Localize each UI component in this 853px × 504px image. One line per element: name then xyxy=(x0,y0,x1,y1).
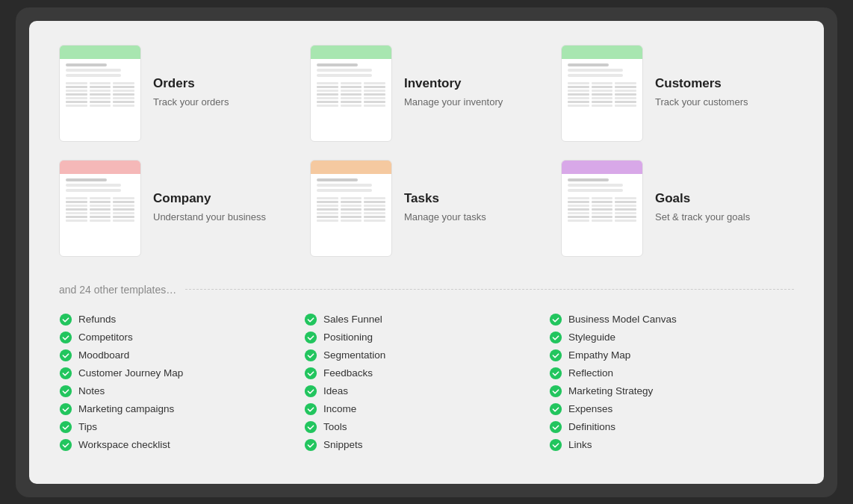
template-desc-tasks: Manage your tasks xyxy=(404,211,486,224)
list-item: Competitors xyxy=(59,329,304,346)
list-item: Tools xyxy=(304,418,549,436)
template-desc-customers: Track your customers xyxy=(655,96,748,109)
svg-point-12 xyxy=(305,385,317,396)
list-item: Empathy Map xyxy=(549,346,794,364)
template-card-customers[interactable]: CustomersTrack your customers xyxy=(561,45,794,142)
check-icon xyxy=(549,313,562,326)
list-item: Notes xyxy=(59,382,304,400)
check-icon xyxy=(549,385,562,398)
template-name-inventory: Inventory xyxy=(404,76,503,91)
list-item: Customer Journey Map xyxy=(59,364,304,382)
template-name-goals: Goals xyxy=(655,191,750,206)
other-title: and 24 other templates… xyxy=(59,284,176,296)
template-card-company[interactable]: CompanyUnderstand your business xyxy=(59,160,292,257)
template-card-tasks[interactable]: TasksManage your tasks xyxy=(310,160,543,257)
svg-point-5 xyxy=(60,402,72,414)
svg-point-22 xyxy=(550,420,562,432)
template-info-tasks: TasksManage your tasks xyxy=(404,191,486,224)
check-icon xyxy=(549,420,562,434)
list-item-label: Moodboard xyxy=(78,349,129,361)
list-item: Links xyxy=(549,436,794,454)
svg-point-8 xyxy=(305,313,317,325)
svg-point-18 xyxy=(550,349,562,361)
template-card-inventory[interactable]: InventoryManage your inventory xyxy=(310,45,543,142)
template-thumb-company xyxy=(59,160,141,257)
svg-point-11 xyxy=(305,367,317,379)
list-item: Marketing Strategy xyxy=(549,382,794,400)
template-desc-company: Understand your business xyxy=(153,211,266,224)
svg-point-6 xyxy=(60,420,72,432)
svg-point-15 xyxy=(305,438,317,450)
svg-point-17 xyxy=(550,331,562,343)
svg-point-23 xyxy=(550,438,562,450)
device-frame: OrdersTrack your ordersInventoryManage y… xyxy=(16,7,837,497)
other-header: and 24 other templates… xyxy=(59,284,794,296)
list-item-label: Marketing campaigns xyxy=(78,403,174,414)
svg-point-19 xyxy=(550,367,562,379)
check-icon xyxy=(59,420,72,434)
template-info-goals: GoalsSet & track your goals xyxy=(655,191,750,224)
template-thumb-goals xyxy=(561,160,643,257)
main-content: OrdersTrack your ordersInventoryManage y… xyxy=(29,21,824,484)
check-icon xyxy=(304,313,317,326)
list-item-label: Refunds xyxy=(78,314,116,325)
list-item: Reflection xyxy=(549,364,794,382)
template-thumb-orders xyxy=(59,45,141,142)
list-item: Workspace checklist xyxy=(59,436,304,454)
other-list-col-0: RefundsCompetitorsMoodboardCustomer Jour… xyxy=(59,311,304,454)
list-item: Marketing campaigns xyxy=(59,400,304,418)
list-item-label: Expenses xyxy=(568,403,612,414)
svg-point-3 xyxy=(60,367,72,379)
template-card-goals[interactable]: GoalsSet & track your goals xyxy=(561,160,794,257)
list-item: Styleguide xyxy=(549,329,794,346)
svg-point-16 xyxy=(550,313,562,325)
template-card-orders[interactable]: OrdersTrack your orders xyxy=(59,45,292,142)
template-name-orders: Orders xyxy=(153,76,229,91)
list-item-label: Customer Journey Map xyxy=(78,367,183,379)
check-icon xyxy=(304,420,317,434)
template-name-customers: Customers xyxy=(655,76,748,91)
list-item: Feedbacks xyxy=(304,364,549,382)
other-lists: RefundsCompetitorsMoodboardCustomer Jour… xyxy=(59,311,794,454)
template-name-company: Company xyxy=(153,191,266,206)
list-item: Segmentation xyxy=(304,346,549,364)
svg-point-1 xyxy=(60,331,72,343)
check-icon xyxy=(59,331,72,344)
svg-point-21 xyxy=(550,402,562,414)
template-thumb-customers xyxy=(561,45,643,142)
list-item-label: Marketing Strategy xyxy=(568,385,653,396)
list-item-label: Definitions xyxy=(568,421,615,432)
check-icon xyxy=(59,367,72,380)
list-item-label: Feedbacks xyxy=(323,367,373,379)
list-item: Expenses xyxy=(549,400,794,418)
check-icon xyxy=(59,402,72,416)
svg-point-2 xyxy=(60,349,72,361)
check-icon xyxy=(549,438,562,452)
list-item: Positioning xyxy=(304,329,549,346)
list-item: Refunds xyxy=(59,311,304,329)
template-name-tasks: Tasks xyxy=(404,191,486,206)
template-desc-goals: Set & track your goals xyxy=(655,211,750,224)
check-icon xyxy=(304,438,317,452)
other-list-col-2: Business Model CanvasStyleguideEmpathy M… xyxy=(549,311,794,454)
svg-point-0 xyxy=(60,313,72,325)
template-thumb-tasks xyxy=(310,160,392,257)
template-info-orders: OrdersTrack your orders xyxy=(153,76,229,109)
template-desc-orders: Track your orders xyxy=(153,96,229,109)
divider xyxy=(185,289,794,290)
list-item: Business Model Canvas xyxy=(549,311,794,329)
check-icon xyxy=(549,367,562,380)
check-icon xyxy=(549,331,562,344)
list-item: Definitions xyxy=(549,418,794,436)
svg-point-13 xyxy=(305,402,317,414)
list-item-label: Competitors xyxy=(78,332,133,343)
list-item: Income xyxy=(304,400,549,418)
list-item-label: Empathy Map xyxy=(568,349,630,361)
other-list-col-1: Sales FunnelPositioningSegmentationFeedb… xyxy=(304,311,549,454)
list-item-label: Styleguide xyxy=(568,332,615,343)
list-item-label: Business Model Canvas xyxy=(568,314,677,325)
list-item-label: Ideas xyxy=(323,385,348,396)
svg-point-9 xyxy=(305,331,317,343)
template-desc-inventory: Manage your inventory xyxy=(404,96,503,109)
svg-point-14 xyxy=(305,420,317,432)
